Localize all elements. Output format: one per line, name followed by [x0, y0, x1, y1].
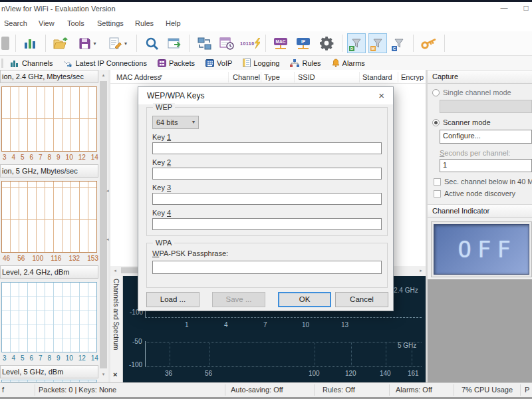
tab-voip[interactable]: VoIP [202, 58, 235, 68]
wep-bits-dropdown[interactable]: 64 bits ▾ [152, 116, 199, 129]
key2-input[interactable] [152, 168, 382, 180]
mac-aliases-icon[interactable]: MAC [271, 33, 291, 53]
key1-input[interactable] [152, 142, 382, 154]
capture-panel: Capture Single channel mode Scanner mode… [428, 70, 532, 382]
node-reassociation-icon[interactable] [194, 33, 214, 53]
wpa-group-label: WPA [153, 239, 174, 247]
view-tab-bar: Channels Latest IP Connections Packets V… [0, 56, 532, 70]
splitter-collapse-icon[interactable]: ◂ [106, 188, 109, 194]
seconds-per-channel-input[interactable]: 1 [440, 159, 532, 172]
key3-label: Key 3 [152, 184, 171, 192]
configure-combo[interactable]: Configure... [440, 130, 532, 144]
packet-generator-icon[interactable]: 10110 [239, 33, 261, 53]
save-button[interactable]: Save ... [212, 292, 265, 307]
menu-tools[interactable]: Tools [67, 19, 84, 27]
sec-channel-below-checkbox[interactable] [434, 178, 441, 186]
maximize-button[interactable]: □ [520, 3, 532, 15]
latest-ip-icon [63, 59, 72, 67]
single-channel-radio[interactable] [432, 89, 440, 96]
clipped-toolbar-icon[interactable] [0, 33, 11, 53]
tick-label: 100 [33, 255, 44, 262]
dialog-close-icon[interactable]: × [378, 90, 384, 101]
minimize-button[interactable]: — [495, 3, 513, 15]
column-sort-icon[interactable]: ▾ [160, 73, 162, 79]
ip-aliases-icon[interactable]: IP [293, 33, 313, 53]
column-standard[interactable]: Standard [362, 73, 392, 81]
column-type[interactable]: Type [264, 73, 280, 81]
packets-icon [158, 59, 166, 67]
sec-channel-below-label: Sec. channel below in 40 MHz [444, 178, 532, 186]
tab-latest-ip-connections[interactable]: Latest IP Connections [60, 58, 150, 68]
window-title: nView for WiFi - Evaluation Version [1, 5, 116, 13]
settings-gear-icon[interactable] [316, 33, 337, 53]
wep-wpa-keys-icon[interactable] [418, 33, 440, 53]
menu-settings[interactable]: Settings [97, 19, 124, 27]
dialog-title-bar[interactable]: WEP/WPA Keys × [138, 87, 393, 104]
column-channel[interactable]: Channel [233, 73, 260, 81]
band2-gridline [209, 342, 210, 366]
scanner-mode-radio[interactable] [432, 119, 440, 126]
search-icon[interactable] [142, 33, 162, 53]
menu-search[interactable]: Search [4, 19, 27, 27]
scheduler-icon[interactable] [217, 33, 237, 53]
wpa-passphrase-input[interactable] [152, 261, 382, 274]
sidebar-scrollbar[interactable]: ▴ ▾ [98, 70, 108, 382]
chart-header-util-5[interactable]: ion, 5 GHz, Mbytes/sec [0, 164, 98, 178]
key4-input[interactable] [152, 218, 382, 230]
autosave-edit-icon[interactable]: ▾ [104, 33, 132, 53]
capture-panel-empty-area [428, 279, 532, 382]
wep-group-label: WEP [153, 103, 175, 111]
data-filter-icon[interactable]: D [347, 33, 366, 53]
column-mac-address[interactable]: MAC Address [116, 73, 161, 81]
cancel-button[interactable]: Cancel [335, 292, 388, 307]
scanner-mode-label: Scanner mode [443, 118, 491, 126]
logging-icon [243, 59, 251, 67]
tab-packets[interactable]: Packets [154, 58, 198, 68]
scroll-down-icon[interactable]: ▾ [98, 370, 108, 380]
active-node-discovery-checkbox[interactable] [434, 190, 441, 198]
capture-section-header[interactable]: Capture [428, 70, 532, 84]
load-button[interactable]: Load ... [146, 292, 200, 307]
ok-button[interactable]: OK [278, 292, 331, 307]
title-bar[interactable]: nView for WiFi - Evaluation Version — □ [0, 2, 532, 17]
wep-wpa-keys-dialog: WEP/WPA Keys × WEP 64 bits ▾ Key 1 Key 2… [138, 86, 394, 311]
chart-header-level-5[interactable]: Level, 5 GHz, dBm [0, 365, 98, 378]
chart-header-util-24[interactable]: ion, 2.4 GHz, Mbytes/sec [0, 70, 98, 83]
menu-rules[interactable]: Rules [135, 19, 154, 27]
wpa-passphrase-label: WPA-PSK Passphrase: [152, 249, 228, 257]
chart-header-level-24[interactable]: Level, 2.4 GHz, dBm [0, 265, 98, 279]
sidebar-scrollbar-thumb[interactable] [100, 81, 107, 368]
management-filter-icon[interactable]: M [368, 33, 387, 53]
node-list-header-row: MAC Address ▾ Channel Type SSID Standard… [110, 70, 426, 84]
toolbar-separator [136, 35, 137, 52]
open-folder-icon[interactable] [51, 33, 70, 53]
go-to-packet-icon[interactable] [164, 33, 184, 53]
column-ssid[interactable]: SSID [298, 73, 315, 81]
statistics-chart-icon[interactable] [21, 33, 41, 53]
menu-help[interactable]: Help [166, 19, 181, 27]
band2-mid-gridline [145, 342, 422, 342]
scroll-left-icon[interactable]: ◂ [110, 266, 120, 275]
single-channel-combo[interactable] [440, 100, 532, 113]
tab-label: Latest IP Connections [75, 59, 146, 67]
channel-indicator-header[interactable]: Channel Indicator [428, 204, 532, 218]
save-dropdown-icon[interactable]: ▾ [93, 41, 96, 47]
autosave-dropdown-icon[interactable]: ▾ [124, 41, 127, 47]
scroll-up-icon[interactable]: ▴ [98, 70, 108, 80]
control-filter-icon[interactable]: C [390, 33, 408, 53]
column-encryption[interactable]: Encryp [401, 73, 424, 81]
scroll-right-icon[interactable]: ▸ [416, 266, 426, 275]
clipped-tab [1, 59, 3, 68]
tab-logging[interactable]: Logging [239, 57, 283, 68]
tab-alarms[interactable]: Alarms [329, 57, 368, 68]
menu-view[interactable]: View [39, 19, 55, 27]
save-icon[interactable]: ▾ [73, 33, 101, 53]
tab-rules[interactable]: Rules [287, 58, 324, 68]
splitter-collapse-icon[interactable]: ◂ [106, 237, 109, 242]
key3-input[interactable] [152, 193, 382, 205]
tab-channels[interactable]: Channels [7, 58, 56, 68]
spectrum-close-icon[interactable]: × [113, 370, 117, 378]
band1-tick: 13 [341, 321, 348, 329]
status-packets-keys: Packets: 0 | Keys: None [39, 386, 116, 394]
tick-label: 116 [51, 255, 61, 262]
